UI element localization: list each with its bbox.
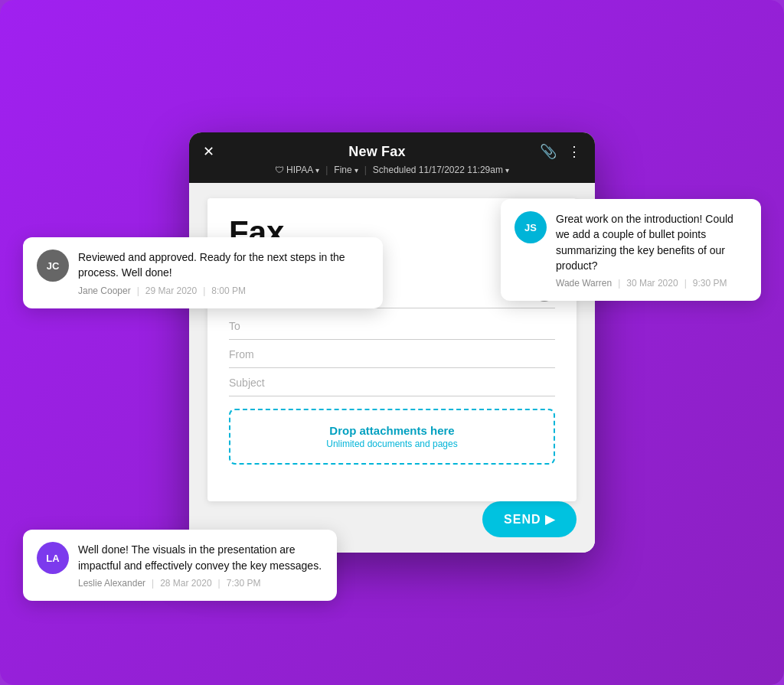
- app-background: JC Reviewed and approved. Ready for the …: [0, 0, 784, 685]
- comment-body-js: Great work on the introduction! Could we…: [556, 211, 747, 289]
- drop-title: Drop attachments here: [244, 424, 540, 437]
- separator-2: |: [364, 165, 367, 175]
- drop-attachments-area[interactable]: Drop attachments here Unlimited document…: [229, 409, 555, 465]
- hipaa-label: HIPAA: [286, 165, 313, 175]
- scheduled-chevron: ▾: [505, 166, 509, 175]
- to-field-row[interactable]: To: [229, 312, 555, 340]
- hipaa-selector[interactable]: 🛡 HIPAA ▾: [275, 165, 319, 175]
- modal-window: ✕ New Fax 📎 ⋮ 🛡 HIPAA ▾ | Fine ▾ |: [189, 132, 595, 553]
- from-placeholder: From: [229, 348, 254, 360]
- scheduled-label: Scheduled 11/17/2022 11:29am: [373, 165, 503, 175]
- subject-placeholder: Subject: [229, 377, 265, 389]
- comment-footer-la: Leslie Alexander | 28 Mar 2020 | 7:30 PM: [78, 578, 323, 589]
- fine-selector[interactable]: Fine ▾: [334, 165, 358, 175]
- comment-body-jc: Reviewed and approved. Ready for the nex…: [78, 250, 369, 296]
- header-top-row: ✕ New Fax 📎 ⋮: [203, 143, 581, 160]
- scheduled-selector[interactable]: Scheduled 11/17/2022 11:29am ▾: [373, 165, 509, 175]
- comment-text-js: Great work on the introduction! Could we…: [556, 211, 747, 273]
- comment-footer-jc: Jane Cooper | 29 Mar 2020 | 8:00 PM: [78, 285, 369, 296]
- comment-card-js: JS Great work on the introduction! Could…: [501, 199, 761, 301]
- send-button[interactable]: SEND ▶: [482, 501, 577, 537]
- to-placeholder: To: [229, 320, 240, 332]
- subject-field-row[interactable]: Subject: [229, 368, 555, 396]
- more-options-icon[interactable]: ⋮: [567, 143, 581, 160]
- modal-title: New Fax: [348, 144, 405, 160]
- comment-text-jc: Reviewed and approved. Ready for the nex…: [78, 250, 369, 281]
- drop-subtitle: Unlimited documents and pages: [244, 439, 540, 449]
- comment-body-la: Well done! The visuals in the presentati…: [78, 542, 323, 589]
- comment-footer-js: Wade Warren | 30 Mar 2020 | 9:30 PM: [556, 278, 747, 289]
- hipaa-chevron: ▾: [315, 166, 319, 175]
- shield-icon: 🛡: [275, 165, 284, 175]
- header-sub-row: 🛡 HIPAA ▾ | Fine ▾ | Scheduled 11/17/202…: [275, 165, 509, 175]
- comment-card-jc: JC Reviewed and approved. Ready for the …: [23, 237, 383, 308]
- close-button[interactable]: ✕: [203, 145, 214, 158]
- modal-header: ✕ New Fax 📎 ⋮ 🛡 HIPAA ▾ | Fine ▾ |: [189, 132, 595, 183]
- fine-chevron: ▾: [354, 166, 358, 175]
- comment-text-la: Well done! The visuals in the presentati…: [78, 542, 323, 573]
- avatar-jc: JC: [37, 250, 69, 282]
- fine-label: Fine: [334, 165, 351, 175]
- header-icons: 📎 ⋮: [540, 143, 581, 160]
- attachment-icon[interactable]: 📎: [540, 143, 557, 160]
- from-field-row[interactable]: From: [229, 340, 555, 368]
- separator-1: |: [325, 165, 328, 175]
- avatar-js: JS: [514, 211, 547, 243]
- avatar-la: LA: [37, 542, 69, 574]
- comment-card-la: LA Well done! The visuals in the present…: [23, 530, 337, 601]
